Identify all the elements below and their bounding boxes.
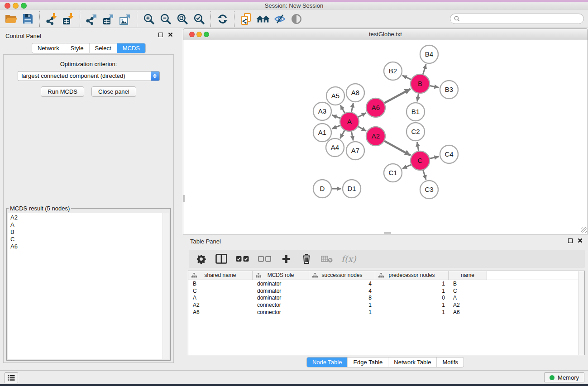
search-input[interactable]: [450, 14, 584, 24]
graph-node-A3[interactable]: A3: [313, 102, 331, 120]
graph-node-A8[interactable]: A8: [346, 84, 364, 102]
graph-edge-A-A6[interactable]: [358, 113, 366, 117]
save-session-button[interactable]: [19, 11, 36, 27]
graph-node-C1[interactable]: C1: [384, 164, 402, 182]
tab-motifs[interactable]: Motifs: [436, 357, 464, 367]
maximize-window-button[interactable]: [21, 3, 27, 9]
network-graph-svg[interactable]: AA1A2A3A4A5A6A7A8BB1B2B3B4CC1C2C3C4DD1: [183, 40, 588, 234]
float-panel-icon[interactable]: [568, 238, 573, 243]
zoom-out-button[interactable]: [157, 11, 174, 27]
graph-edge-C-C1[interactable]: [402, 165, 411, 169]
graph-node-A2[interactable]: A2: [366, 127, 385, 146]
graph-edge-C-C2[interactable]: [417, 142, 419, 152]
import-table-button[interactable]: [60, 11, 76, 27]
graph-edge-A2-C[interactable]: [384, 141, 411, 155]
graph-edge-B-B2[interactable]: [402, 76, 411, 80]
table-row[interactable]: A2connector11A2: [188, 301, 584, 309]
graph-edge-A-A3[interactable]: [332, 115, 340, 118]
graph-node-C4[interactable]: C4: [440, 145, 458, 163]
result-list-item[interactable]: A: [10, 221, 169, 229]
graph-node-B1[interactable]: B1: [406, 103, 425, 121]
result-list-scrollbar[interactable]: [163, 213, 169, 359]
graph-node-B3[interactable]: B3: [440, 81, 458, 99]
graph-edge-A-A7[interactable]: [351, 131, 353, 141]
graph-edge-C-C3[interactable]: [423, 170, 426, 180]
memory-button[interactable]: Memory: [544, 372, 584, 382]
apply-function-button[interactable]: f(x): [341, 254, 356, 264]
zoom-selected-button[interactable]: [191, 11, 207, 27]
mcds-result-list[interactable]: A2ABCA6: [8, 213, 169, 359]
open-home-button[interactable]: [254, 11, 271, 27]
criterion-dropdown[interactable]: largest connected component (directed): [18, 71, 160, 81]
table-row[interactable]: Bdominator41B: [188, 280, 584, 287]
graph-node-B2[interactable]: B2: [384, 62, 402, 80]
tab-mcds[interactable]: MCDS: [117, 43, 145, 53]
table-row[interactable]: A6connector11A6: [188, 309, 584, 316]
export-table-button[interactable]: [100, 11, 117, 27]
import-network-button[interactable]: [43, 11, 60, 27]
canvas-vertical-scroll-thumb[interactable]: [183, 195, 185, 202]
graph-node-A5[interactable]: A5: [326, 87, 344, 105]
canvas-horizontal-scroll-thumb[interactable]: [384, 232, 391, 234]
result-list-item[interactable]: A2: [10, 214, 169, 221]
graph-node-A4[interactable]: A4: [326, 138, 344, 157]
tab-edge-table[interactable]: Edge Table: [347, 357, 388, 367]
column-header-name[interactable]: name: [449, 271, 487, 280]
graph-node-B[interactable]: B: [411, 74, 430, 93]
graph-node-A6[interactable]: A6: [366, 98, 385, 117]
close-window-button[interactable]: [5, 3, 10, 9]
graph-node-B4[interactable]: B4: [420, 45, 438, 63]
graph-edge-B-B4[interactable]: [423, 64, 426, 75]
add-column-button[interactable]: [280, 254, 292, 264]
hide-graphics-button[interactable]: [271, 11, 288, 27]
graph-edge-A-A1[interactable]: [332, 125, 340, 129]
graph-node-A7[interactable]: A7: [346, 142, 364, 160]
table-settings-button[interactable]: [195, 254, 207, 264]
graph-node-A[interactable]: A: [340, 112, 359, 131]
graph-node-D1[interactable]: D1: [343, 180, 361, 198]
node-table[interactable]: shared nameMCDS rolesuccessor nodesprede…: [188, 271, 585, 355]
float-panel-icon[interactable]: [158, 33, 163, 37]
columns-button[interactable]: [215, 254, 227, 264]
network-window-titlebar[interactable]: testGlobe.txt: [183, 29, 588, 40]
minimize-window-button[interactable]: [13, 3, 19, 9]
close-panel-icon[interactable]: [578, 238, 583, 243]
export-network-button[interactable]: [83, 11, 100, 27]
result-list-item[interactable]: C: [10, 236, 169, 243]
table-row[interactable]: Cdominator41C: [188, 287, 584, 295]
delete-column-button[interactable]: [301, 253, 312, 264]
graph-edge-A-A5[interactable]: [340, 105, 345, 113]
column-header-shared-name[interactable]: shared name: [188, 271, 253, 280]
close-panel-icon[interactable]: [168, 32, 173, 37]
graph-edge-A-A4[interactable]: [340, 130, 344, 138]
tab-style[interactable]: Style: [65, 43, 89, 53]
column-header-mcds-role[interactable]: MCDS role: [253, 271, 309, 280]
column-header-predecessor-nodes[interactable]: predecessor nodes: [375, 271, 449, 280]
graph-edge-A6-B[interactable]: [384, 89, 410, 103]
tab-network[interactable]: Network: [32, 43, 65, 53]
graph-edge-A-A8[interactable]: [351, 103, 353, 113]
graph-edge-B-B3[interactable]: [430, 86, 439, 87]
duplicate-network-button[interactable]: [238, 11, 254, 27]
tab-node-table[interactable]: Node Table: [307, 357, 348, 367]
network-close-button[interactable]: [189, 32, 195, 37]
zoom-fit-button[interactable]: [174, 11, 191, 27]
open-session-button[interactable]: [3, 11, 19, 27]
result-list-item[interactable]: A6: [10, 243, 169, 250]
network-minimize-button[interactable]: [196, 32, 202, 37]
window-resize-grip[interactable]: [581, 227, 587, 233]
graph-edge-C-C4[interactable]: [430, 157, 439, 159]
show-graphics-button[interactable]: [288, 11, 305, 27]
deselect-all-button[interactable]: [258, 256, 272, 262]
graph-node-C3[interactable]: C3: [420, 181, 438, 199]
result-list-item[interactable]: B: [10, 229, 169, 236]
graph-edge-A-A2[interactable]: [358, 126, 366, 131]
tab-network-table[interactable]: Network Table: [388, 357, 436, 367]
graph-node-A1[interactable]: A1: [313, 124, 331, 142]
network-canvas[interactable]: AA1A2A3A4A5A6A7A8BB1B2B3B4CC1C2C3C4DD1: [183, 40, 588, 234]
graph-edge-B-B1[interactable]: [417, 93, 419, 102]
table-scrollbar[interactable]: [578, 271, 584, 355]
close-panel-button[interactable]: Close panel: [91, 86, 136, 97]
graph-node-C[interactable]: C: [411, 151, 430, 170]
network-maximize-button[interactable]: [204, 32, 209, 37]
